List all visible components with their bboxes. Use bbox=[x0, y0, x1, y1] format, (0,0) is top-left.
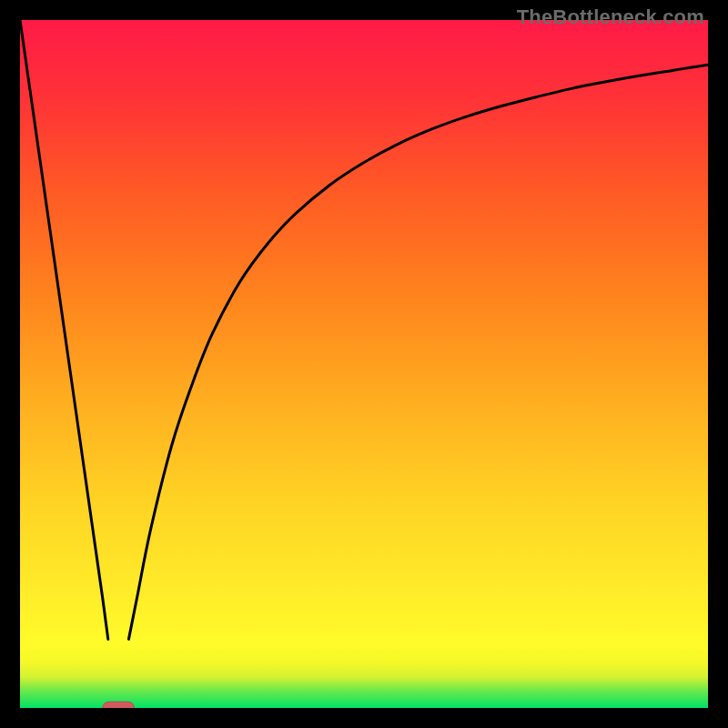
chart-frame: TheBottleneck.com bbox=[0, 0, 728, 728]
watermark-text: TheBottleneck.com bbox=[517, 5, 704, 29]
gradient-background bbox=[20, 20, 708, 708]
bottleneck-chart bbox=[20, 20, 708, 708]
minimum-marker bbox=[103, 702, 135, 708]
plot-area bbox=[20, 20, 708, 708]
